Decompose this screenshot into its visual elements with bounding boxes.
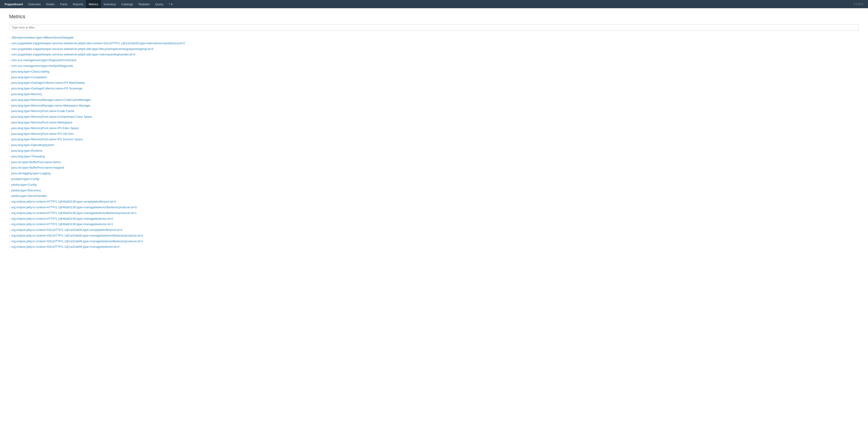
metric-link[interactable]: org.eclipse.jetty.io:context=SSL|HTTP/1.… <box>11 245 119 249</box>
bullet-icon: • <box>9 36 10 40</box>
metric-link[interactable]: java.nio:type=BufferPool,name=direct <box>11 160 61 165</box>
chevron-down-icon: ▾ <box>171 2 173 6</box>
metric-link[interactable]: org.eclipse.jetty.io:context=HTTP/1.1@46… <box>11 205 137 210</box>
metric-link[interactable]: java.lang:type=MemoryManager,name=Metasp… <box>11 103 91 108</box>
filter-input[interactable] <box>9 24 859 31</box>
nav-label-facts: Facts <box>60 2 67 6</box>
bullet-icon: • <box>9 177 10 181</box>
list-item: •org.eclipse.jetty.io:context=HTTP/1.1@4… <box>9 199 859 205</box>
nav-label-radiator: Radiator <box>138 2 150 6</box>
metric-link[interactable]: java.lang:type=Runtime <box>11 148 42 153</box>
nav-item-nodes[interactable]: Nodes <box>43 0 57 8</box>
metric-link[interactable]: org.eclipse.jetty.io:context=SSL|HTTP/1.… <box>11 228 122 232</box>
list-item: •org.eclipse.jetty.io:context=HTTP/1.1@4… <box>9 222 859 227</box>
bullet-icon: • <box>9 172 10 175</box>
list-item: •java.lang:type=MemoryPool,name=PS Survi… <box>9 137 859 142</box>
metric-link[interactable]: java.lang:type=GarbageCollector,name=PS … <box>11 81 85 85</box>
metric-link[interactable]: java.util.logging:type=Logging <box>11 171 51 176</box>
metric-link[interactable]: java.lang:type=Compilation <box>11 75 47 80</box>
nav-item-catalogs[interactable]: Catalogs <box>119 0 136 8</box>
nav-label-inventory: Inventory <box>104 2 116 6</box>
metric-link[interactable]: java.lang:type=MemoryPool,name=PS Eden S… <box>11 126 79 131</box>
metric-link[interactable]: jolokia:type=ServerHandler <box>11 194 47 198</box>
metric-link[interactable]: org.eclipse.jetty.io:context=SSL|HTTP/1.… <box>11 239 143 244</box>
metric-link[interactable]: jolokia:type=Discovery <box>11 188 41 193</box>
bullet-icon: • <box>9 245 10 249</box>
brand[interactable]: Puppetboard <box>2 0 26 8</box>
bullet-icon: • <box>9 70 10 74</box>
nav-item-overview[interactable]: Overview <box>26 0 43 8</box>
metric-link[interactable]: java.lang:type=MemoryManager,name=CodeCa… <box>11 97 91 103</box>
nav-dropdown[interactable]: * ▾ <box>166 0 175 8</box>
nav-item-radiator[interactable]: Radiator <box>136 0 153 8</box>
bullet-icon: • <box>9 228 10 232</box>
bullet-icon: • <box>9 98 10 102</box>
metric-link[interactable]: java.lang:type=MemoryPool,name=Code Cach… <box>11 109 74 114</box>
bullet-icon: • <box>9 200 10 204</box>
metric-link[interactable]: java.lang:type=MemoryPool,name=Compresse… <box>11 114 92 119</box>
list-item: •java.nio:type=BufferPool,name=direct <box>9 160 859 165</box>
main-content: Metrics •JMImplementation:type=MBeanServ… <box>0 8 868 255</box>
list-item: •com.puppetlabs.trapperkeeper.services.w… <box>9 46 859 52</box>
metric-link[interactable]: java.lang:type=Memory <box>11 92 42 97</box>
list-item: •jolokia:type=Discovery <box>9 188 859 193</box>
metric-link[interactable]: com.puppetlabs.trapperkeeper.services.we… <box>11 47 154 52</box>
bullet-icon: • <box>9 194 10 198</box>
nav-item-reports[interactable]: Reports <box>70 0 86 8</box>
bullet-icon: • <box>9 87 10 90</box>
bullet-icon: • <box>9 115 10 119</box>
bullet-icon: • <box>9 93 10 96</box>
metric-link[interactable]: jmx4perl:type=Config <box>11 177 39 181</box>
bullet-icon: • <box>9 121 10 124</box>
metric-link[interactable]: java.nio:type=BufferPool,name=mapped <box>11 165 64 170</box>
metric-link[interactable]: jolokia:type=Config <box>11 182 36 187</box>
nav-item-inventory[interactable]: Inventory <box>101 0 119 8</box>
metric-link[interactable]: JMImplementation:type=MBeanServerDelegat… <box>11 35 74 40</box>
metric-link[interactable]: java.lang:type=Threading <box>11 154 45 159</box>
bullet-icon: • <box>9 149 10 153</box>
bullet-icon: • <box>9 53 10 57</box>
metric-link[interactable]: java.lang:type=MemoryPool,name=PS Old Ge… <box>11 132 74 136</box>
metric-link[interactable]: com.puppetlabs.trapperkeeper.services.we… <box>11 52 135 57</box>
metric-link[interactable]: org.eclipse.jetty.io:context=SSL|HTTP/1.… <box>11 233 143 238</box>
metric-link[interactable]: org.eclipse.jetty.io:context=HTTP/1.1@46… <box>11 199 116 204</box>
metric-link[interactable]: com.sun.management:type=HotSpotDiagnosti… <box>11 64 73 68</box>
list-item: •com.sun.management:type=HotSpotDiagnost… <box>9 63 859 69</box>
list-item: •org.eclipse.jetty.io:context=HTTP/1.1@4… <box>9 216 859 222</box>
list-item: •java.nio:type=BufferPool,name=mapped <box>9 165 859 171</box>
metric-link[interactable]: java.lang:type=MemoryPool,name=PS Surviv… <box>11 137 83 142</box>
metric-link[interactable]: java.lang:type=GarbageCollector,name=PS … <box>11 86 82 91</box>
metric-link[interactable]: java.lang:type=ClassLoading <box>11 69 50 74</box>
metric-link[interactable]: org.eclipse.jetty.io:context=HTTP/1.1@46… <box>11 222 113 227</box>
list-item: •com.puppetlabs.trapperkeeper.services.w… <box>9 52 859 57</box>
list-item: •java.lang:type=MemoryPool,name=PS Eden … <box>9 125 859 131</box>
nav-label-overview: Overview <box>28 2 40 6</box>
list-item: •java.lang:type=MemoryManager,name=Metas… <box>9 103 859 109</box>
bullet-icon: • <box>9 59 10 62</box>
bullet-icon: • <box>9 161 10 164</box>
bullet-icon: • <box>9 234 10 238</box>
nav-item-metrics[interactable]: Metrics <box>86 0 101 8</box>
bullet-icon: • <box>9 223 10 226</box>
metrics-list: •JMImplementation:type=MBeanServerDelega… <box>9 35 859 250</box>
nav-label-query: Query <box>155 2 163 6</box>
bullet-icon: • <box>9 166 10 170</box>
metric-link[interactable]: java.lang:type=MemoryPool,name=Metaspace <box>11 120 72 125</box>
list-item: •java.lang:type=Memory <box>9 91 859 97</box>
nav-item-facts[interactable]: Facts <box>57 0 70 8</box>
bullet-icon: • <box>9 212 10 215</box>
list-item: •java.lang:type=MemoryPool,name=Compress… <box>9 114 859 120</box>
metric-link[interactable]: com.sun.management:type=DiagnosticComman… <box>11 58 76 63</box>
nav-item-query[interactable]: Query <box>153 0 166 8</box>
list-item: •org.eclipse.jetty.io:context=SSL|HTTP/1… <box>9 227 859 233</box>
metric-link[interactable]: java.lang:type=OperatingSystem <box>11 143 54 148</box>
list-item: •java.lang:type=MemoryManager,name=CodeC… <box>9 97 859 103</box>
list-item: •com.sun.management:type=DiagnosticComma… <box>9 57 859 63</box>
bullet-icon: • <box>9 126 10 130</box>
nav-dropdown-label: * <box>169 2 170 6</box>
bullet-icon: • <box>9 48 10 51</box>
metric-link[interactable]: com.puppetlabs.trapperkeeper.services.we… <box>11 41 185 46</box>
metric-link[interactable]: org.eclipse.jetty.io:context=HTTP/1.1@46… <box>11 217 113 221</box>
bullet-icon: • <box>9 42 10 46</box>
metric-link[interactable]: org.eclipse.jetty.io:context=HTTP/1.1@46… <box>11 211 137 216</box>
